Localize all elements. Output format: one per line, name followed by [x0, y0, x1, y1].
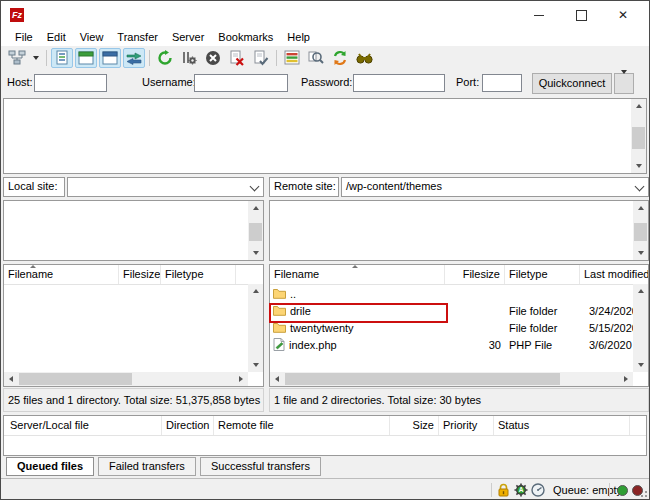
queue-col-remote-file[interactable]: Remote file — [214, 416, 390, 435]
remote-col-filetype[interactable]: Filetype — [505, 265, 580, 284]
filter-icon — [284, 50, 300, 65]
toggle-message-log-button[interactable] — [51, 48, 73, 68]
dropdown-arrow-icon — [33, 56, 39, 60]
refresh-button[interactable] — [154, 48, 176, 68]
lock-icon[interactable] — [497, 483, 510, 497]
password-input[interactable] — [353, 74, 445, 92]
menu-help[interactable]: Help — [280, 29, 317, 46]
filter-button[interactable] — [281, 48, 303, 68]
remote-row-drile[interactable]: drile File folder 3/24/2020 5:0 — [270, 302, 633, 319]
port-input[interactable] — [482, 74, 522, 92]
close-button[interactable]: ✕ — [605, 1, 641, 29]
scrollbar-thumb[interactable] — [19, 373, 132, 385]
menu-file[interactable]: File — [8, 29, 40, 46]
tab-successful-transfers[interactable]: Successful transfers — [200, 457, 321, 476]
status-bar: A Queue: empty — [1, 478, 649, 499]
menu-edit[interactable]: Edit — [40, 29, 73, 46]
username-input[interactable] — [194, 74, 288, 92]
site-manager-button[interactable] — [6, 48, 28, 68]
remote-site-combo[interactable]: /wp-content/themes — [341, 177, 649, 197]
process-queue-button[interactable] — [178, 48, 200, 68]
toggle-local-tree-button[interactable] — [75, 48, 97, 68]
message-log-icon — [55, 50, 69, 65]
scroll-right-icon — [239, 376, 243, 382]
local-list-hscrollbar[interactable] — [4, 372, 248, 386]
menu-bar: File Edit View Transfer Server Bookmarks… — [1, 29, 649, 46]
toggle-transfer-queue-button[interactable] — [123, 48, 145, 68]
app-icon: Fz — [10, 8, 24, 22]
reconnect-button[interactable] — [250, 48, 272, 68]
resize-grip[interactable] — [639, 489, 647, 497]
password-label: Password: — [301, 76, 352, 88]
menu-transfer[interactable]: Transfer — [110, 29, 165, 46]
remote-row-parent-dir[interactable]: .. — [270, 285, 633, 302]
menu-server[interactable]: Server — [165, 29, 211, 46]
toolbar — [1, 46, 649, 69]
quickconnect-dropdown-button[interactable] — [614, 73, 634, 94]
message-log-scrollbar[interactable] — [631, 99, 646, 173]
remote-list-hscrollbar[interactable] — [270, 372, 633, 386]
remote-col-last-modified[interactable]: Last modified — [580, 265, 648, 284]
host-label: Host: — [7, 76, 33, 88]
queue-col-direction[interactable]: Direction — [162, 416, 214, 435]
remote-list-vscrollbar[interactable] — [633, 284, 648, 372]
maximize-button[interactable] — [563, 1, 599, 29]
quickconnect-button[interactable]: Quickconnect — [532, 73, 612, 94]
scroll-down-icon — [253, 363, 259, 367]
folder-icon — [273, 288, 286, 299]
scroll-down-icon — [638, 251, 644, 255]
maximize-icon — [576, 10, 587, 21]
local-col-filetype[interactable]: Filetype — [161, 265, 236, 284]
scroll-left-icon — [9, 376, 13, 382]
connection-ok-indicator — [617, 485, 628, 496]
queue-col-server-local-file[interactable]: Server/Local file — [4, 416, 162, 435]
transfer-queue-icon — [126, 51, 142, 65]
menu-bookmarks[interactable]: Bookmarks — [211, 29, 280, 46]
remote-row-index-php[interactable]: index.php 30 PHP File 3/6/2020 9:23 — [270, 336, 633, 353]
local-site-label: Local site: — [3, 177, 65, 197]
cancel-button[interactable] — [202, 48, 224, 68]
find-files-button[interactable] — [353, 48, 375, 68]
synchronized-browsing-button[interactable] — [329, 48, 351, 68]
scrollbar-thumb[interactable] — [632, 127, 645, 149]
queue-header: Server/Local file Direction Remote file … — [4, 416, 646, 436]
remote-col-filename[interactable]: Filename — [270, 265, 445, 284]
host-input[interactable] — [34, 74, 107, 92]
local-site-combo[interactable] — [67, 177, 264, 197]
directory-comparison-button[interactable] — [305, 48, 327, 68]
tab-queued-files[interactable]: Queued files — [6, 457, 94, 476]
site-manager-dropdown-button[interactable] — [30, 48, 42, 68]
scroll-down-icon — [253, 251, 259, 255]
sort-asc-icon — [352, 265, 358, 268]
speed-limits-icon[interactable] — [531, 483, 545, 497]
local-tree-scrollbar[interactable] — [248, 201, 263, 260]
disconnect-icon — [229, 50, 245, 66]
auto-transfer-type-icon[interactable]: A — [514, 483, 528, 497]
scrollbar-thumb[interactable] — [249, 223, 262, 241]
remote-col-filesize[interactable]: Filesize — [445, 265, 505, 284]
directory-comparison-icon — [308, 50, 324, 66]
find-files-icon — [356, 51, 373, 65]
local-list-header: Filename Filesize Filetype — [4, 265, 263, 285]
queue-col-size[interactable]: Size — [390, 416, 439, 435]
queue-col-status[interactable]: Status — [494, 416, 630, 435]
menu-view[interactable]: View — [73, 29, 111, 46]
local-tree-icon — [78, 51, 94, 65]
local-list-vscrollbar[interactable] — [248, 284, 263, 372]
scrollbar-thumb[interactable] — [634, 223, 647, 241]
synchronized-browsing-icon — [332, 50, 348, 66]
scroll-left-icon — [275, 376, 279, 382]
minimize-button[interactable] — [521, 1, 557, 29]
remote-tree-scrollbar[interactable] — [633, 201, 648, 260]
toggle-remote-tree-button[interactable] — [99, 48, 121, 68]
scrollbar-thumb[interactable] — [285, 373, 560, 385]
scroll-up-icon — [638, 206, 644, 210]
scroll-right-icon — [624, 376, 628, 382]
local-col-filename[interactable]: Filename — [4, 265, 119, 284]
local-col-filesize[interactable]: Filesize — [119, 265, 161, 284]
queue-col-priority[interactable]: Priority — [439, 416, 494, 435]
disconnect-button[interactable] — [226, 48, 248, 68]
tab-failed-transfers[interactable]: Failed transfers — [98, 457, 196, 476]
remote-row-twentytwenty[interactable]: twentytwenty File folder 5/15/2020 12: — [270, 319, 633, 336]
php-file-icon — [273, 338, 285, 351]
